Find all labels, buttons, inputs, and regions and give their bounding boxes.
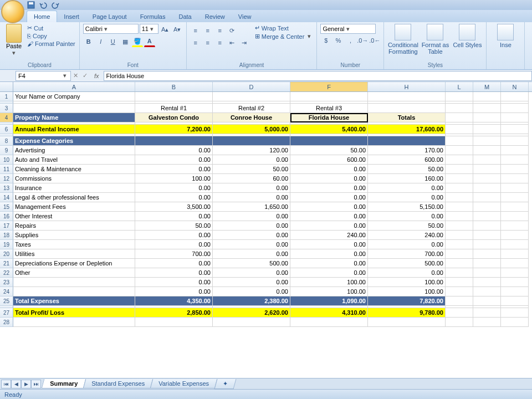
cell-H21[interactable]: 500.00 [368, 259, 446, 268]
cell-M27[interactable] [473, 308, 501, 318]
cell-F6[interactable]: 5,400.00 [290, 125, 368, 134]
enter-icon[interactable]: ✓ [83, 72, 88, 79]
cell-L25[interactable] [446, 296, 473, 306]
cell-H16[interactable]: 0.00 [368, 212, 446, 221]
cell-H8[interactable] [368, 136, 446, 146]
cell-M14[interactable] [473, 193, 501, 202]
cell-M23[interactable] [473, 278, 501, 287]
cell-M3[interactable] [473, 104, 501, 113]
tab-home[interactable]: Home [27, 11, 57, 22]
cell-D24[interactable]: 0.00 [213, 287, 290, 296]
cell-L11[interactable] [446, 165, 473, 174]
cell-D19[interactable]: 0.00 [213, 240, 290, 249]
cell-F12[interactable]: 0.00 [290, 174, 368, 183]
cell-F8[interactable] [290, 136, 368, 146]
align-middle-button[interactable]: ≡ [202, 25, 213, 36]
cell-A13[interactable]: Insurance [13, 183, 135, 193]
font-color-button[interactable]: A [144, 36, 155, 47]
increase-indent-button[interactable]: ⇥ [239, 37, 250, 48]
cell-F27[interactable]: 4,310.00 [290, 308, 368, 318]
italic-button[interactable]: I [95, 36, 106, 47]
cell-H23[interactable]: 100.00 [368, 278, 446, 287]
increase-font-button[interactable]: A▴ [160, 24, 171, 35]
cell-L8[interactable] [446, 136, 473, 146]
tab-review[interactable]: Review [198, 11, 232, 22]
row-header-9[interactable]: 9 [0, 146, 13, 155]
cell-L21[interactable] [446, 259, 473, 268]
cell-M6[interactable] [473, 125, 501, 134]
cell-L27[interactable] [446, 308, 473, 318]
cell-H10[interactable]: 600.00 [368, 155, 446, 165]
tab-view[interactable]: View [232, 11, 258, 22]
cell-N22[interactable] [501, 268, 529, 278]
cell-N13[interactable] [501, 183, 529, 193]
tab-insert[interactable]: Insert [57, 11, 86, 22]
cell-M24[interactable] [473, 287, 501, 296]
cell-A20[interactable]: Utilities [13, 249, 135, 259]
cell-D15[interactable]: 1,650.00 [213, 202, 290, 212]
row-header-13[interactable]: 13 [0, 183, 13, 193]
new-sheet-button[interactable]: ✦ [214, 379, 237, 389]
cell-A3[interactable] [13, 104, 135, 113]
cell-D13[interactable]: 0.00 [213, 183, 290, 193]
align-bottom-button[interactable]: ≡ [214, 25, 226, 36]
grid[interactable]: 1Your Name or Company3Rental #1Rental #2… [0, 92, 532, 327]
percent-button[interactable]: % [332, 35, 344, 46]
cell-A9[interactable]: Advertising [13, 146, 135, 155]
cell-D25[interactable]: 2,380.00 [213, 296, 290, 306]
cell-F21[interactable]: 0.00 [290, 259, 368, 268]
cell-F19[interactable]: 0.00 [290, 240, 368, 249]
undo-icon[interactable] [39, 1, 48, 9]
cell-L13[interactable] [446, 183, 473, 193]
cell-A12[interactable]: Commissions [13, 174, 135, 183]
cell-H12[interactable]: 160.00 [368, 174, 446, 183]
column-header-L[interactable]: L [446, 82, 473, 91]
cell-H28[interactable] [368, 318, 446, 327]
cell-N9[interactable] [501, 146, 529, 155]
decrease-font-button[interactable]: A▾ [172, 24, 183, 35]
select-all-button[interactable] [0, 82, 13, 91]
cell-N24[interactable] [501, 287, 529, 296]
cell-D22[interactable]: 0.00 [213, 268, 290, 278]
cell-M22[interactable] [473, 268, 501, 278]
cell-B17[interactable]: 50.00 [135, 221, 213, 231]
column-header-D[interactable]: D [213, 82, 290, 91]
cell-B25[interactable]: 4,350.00 [135, 296, 213, 306]
cell-F24[interactable]: 100.00 [290, 287, 368, 296]
cell-M21[interactable] [473, 259, 501, 268]
cell-D21[interactable]: 500.00 [213, 259, 290, 268]
cell-B1[interactable] [135, 92, 213, 101]
row-header-8[interactable]: 8 [0, 136, 13, 146]
cell-M28[interactable] [473, 318, 501, 327]
wrap-text-button[interactable]: ↵Wrap Text [254, 24, 314, 32]
cell-L22[interactable] [446, 268, 473, 278]
cell-A27[interactable]: Total Profit/ Loss [13, 308, 135, 318]
cell-D11[interactable]: 50.00 [213, 165, 290, 174]
first-sheet-button[interactable]: ⏮ [1, 380, 11, 388]
row-header-27[interactable]: 27 [0, 308, 13, 318]
cell-A10[interactable]: Auto and Travel [13, 155, 135, 165]
cell-A17[interactable]: Repairs [13, 221, 135, 231]
cell-B20[interactable]: 700.00 [135, 249, 213, 259]
cell-B22[interactable]: 0.00 [135, 268, 213, 278]
merge-center-button[interactable]: ⊞Merge & Center▾ [254, 32, 314, 40]
cell-M15[interactable] [473, 202, 501, 212]
cell-D23[interactable]: 0.00 [213, 278, 290, 287]
font-size-combo[interactable]: 11▾ [140, 24, 158, 34]
cell-N3[interactable] [501, 104, 529, 113]
cell-M11[interactable] [473, 165, 501, 174]
cell-M4[interactable] [473, 113, 501, 122]
cell-H25[interactable]: 7,820.00 [368, 296, 446, 306]
cell-A8[interactable]: Expense Categories [13, 136, 135, 146]
comma-button[interactable]: , [345, 35, 356, 46]
cell-N20[interactable] [501, 249, 529, 259]
cell-L28[interactable] [446, 318, 473, 327]
decrease-decimal-button[interactable]: .0← [369, 35, 380, 46]
conditional-formatting-button[interactable]: Conditional Formatting [387, 24, 418, 55]
cell-H15[interactable]: 5,150.00 [368, 202, 446, 212]
cut-button[interactable]: ✂Cut [27, 24, 76, 32]
underline-button[interactable]: U [108, 36, 119, 47]
row-header-16[interactable]: 16 [0, 212, 13, 221]
row-header-15[interactable]: 15 [0, 202, 13, 212]
format-painter-button[interactable]: 🖌Format Painter [27, 40, 76, 48]
